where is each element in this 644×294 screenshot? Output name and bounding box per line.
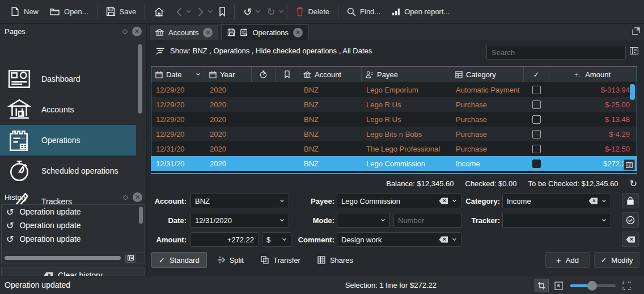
detach-window-icon[interactable] — [632, 27, 641, 36]
zoom-slider-knob[interactable] — [587, 281, 597, 291]
delete-button[interactable]: Delete — [290, 1, 335, 23]
add-button[interactable]: + Add — [545, 252, 590, 268]
cell-checked[interactable] — [524, 100, 549, 109]
account-combobox[interactable]: BNZ — [190, 194, 289, 208]
home-button[interactable] — [148, 1, 170, 23]
table-row-selected[interactable]: 12/31/20 2020 BNZ Lego Commission Income… — [151, 156, 637, 171]
sidebar-item-accounts[interactable]: Accounts — [0, 94, 136, 125]
date-combobox[interactable]: 12/31/2020 — [190, 213, 289, 228]
undo-dropdown-icon[interactable] — [255, 10, 261, 14]
checkbox[interactable] — [532, 130, 541, 138]
column-header-checked[interactable]: ✓ — [524, 67, 549, 82]
checkbox[interactable] — [532, 145, 541, 153]
zoom-fit-button[interactable] — [535, 279, 549, 292]
column-header-payee[interactable]: Payee — [362, 67, 451, 82]
tab-close-icon[interactable]: ✕ — [293, 28, 303, 37]
cell-checked[interactable] — [524, 159, 549, 168]
sidebar-item-scheduled-operations[interactable]: Scheduled operations — [0, 156, 136, 186]
new-button[interactable]: New — [5, 1, 44, 23]
pages-scrollbar[interactable] — [138, 44, 142, 114]
history-scrollbar[interactable] — [139, 207, 143, 224]
standard-mode-button[interactable]: ✓ Standard — [151, 252, 207, 268]
checkbox[interactable] — [532, 115, 541, 124]
shares-mode-button[interactable]: Shares — [311, 252, 360, 268]
undo-button[interactable]: ↺ — [238, 1, 257, 23]
checkbox-checked[interactable] — [532, 159, 541, 168]
tab-close-icon[interactable]: ✕ — [203, 28, 213, 37]
close-dock-icon[interactable]: ✕ — [133, 192, 142, 202]
freeze-button[interactable] — [622, 193, 639, 208]
number-input[interactable] — [398, 213, 457, 227]
table-row[interactable]: 12/29/20 2020 BNZ Lego R Us Purchase $-1… — [151, 112, 637, 127]
comment-combobox[interactable]: Design work — [337, 232, 461, 247]
payee-combobox[interactable]: Lego Commission — [337, 194, 461, 208]
amount-input[interactable] — [195, 233, 254, 246]
number-field[interactable] — [393, 213, 461, 228]
close-dock-icon[interactable]: ✕ — [132, 27, 142, 36]
bookmark-button[interactable] — [213, 1, 231, 23]
clear-icon[interactable] — [588, 198, 598, 204]
mode-combobox[interactable] — [337, 213, 390, 228]
column-header-account[interactable]: Account — [299, 67, 362, 82]
float-dock-icon[interactable]: ◇ — [122, 27, 128, 35]
tracker-combobox[interactable] — [502, 213, 611, 228]
back-dropdown-icon[interactable] — [186, 10, 192, 14]
modify-button[interactable]: ✓ Modify — [594, 252, 639, 268]
find-button[interactable]: Find... — [341, 1, 386, 23]
redo-button[interactable]: ↻ — [261, 1, 281, 23]
search-input[interactable] — [486, 45, 626, 60]
chevron-down-icon — [601, 219, 607, 222]
zoom-original-button[interactable] — [552, 279, 566, 292]
history-item[interactable]: ↺ Operation update — [2, 205, 145, 219]
fast-edit-button[interactable] — [622, 232, 639, 247]
history-item[interactable]: ↺ Operation update — [2, 232, 145, 246]
cell-year: 2020 — [205, 100, 252, 109]
table-row[interactable]: 12/31/20 2020 BNZ The Lego Professional … — [151, 141, 637, 156]
save-button[interactable]: Save — [100, 1, 142, 23]
list-config-button[interactable] — [125, 254, 135, 263]
table-row[interactable]: 12/29/20 2020 BNZ Lego R Us Purchase $-2… — [151, 97, 637, 112]
sidebar-item-dashboard[interactable]: Dashboard — [0, 64, 136, 94]
search-config-icon[interactable] — [630, 47, 638, 54]
unit-combobox[interactable]: $ — [262, 232, 291, 247]
split-mode-button[interactable]: Split — [210, 252, 251, 268]
cell-checked[interactable] — [524, 130, 549, 138]
column-header-category[interactable]: Category — [451, 67, 524, 82]
table-row[interactable]: 12/29/20 2020 BNZ Lego Bits n Bobs Purch… — [151, 127, 637, 141]
column-header-amount[interactable]: +. Amount — [549, 67, 637, 82]
amount-field[interactable] — [190, 232, 259, 247]
float-dock-icon[interactable]: ◇ — [123, 193, 128, 201]
delete-label: Delete — [308, 7, 329, 16]
table-config-button[interactable] — [624, 159, 635, 170]
zoom-slider[interactable] — [570, 284, 616, 287]
cell-checked[interactable] — [524, 86, 549, 94]
refresh-icon[interactable]: ↻ — [630, 178, 637, 189]
history-hscrollbar[interactable] — [5, 256, 121, 260]
tab-operations[interactable]: Operations ✕ — [221, 24, 309, 40]
cell-checked[interactable] — [524, 145, 549, 153]
history-dock: History ◇ ✕ ↺ Operation update ↺ Operati… — [0, 190, 147, 276]
table-scrollbar[interactable] — [630, 84, 635, 100]
fullscreen-button[interactable] — [620, 279, 634, 292]
checkbox[interactable] — [532, 86, 541, 94]
redo-dropdown-icon[interactable] — [278, 10, 284, 14]
open-report-button[interactable]: Open report... — [386, 1, 455, 23]
column-header-schedule[interactable] — [252, 67, 276, 82]
column-header-year[interactable]: Year — [205, 67, 252, 82]
filter-icon[interactable] — [156, 47, 165, 55]
transfer-mode-button[interactable]: Transfer — [254, 252, 307, 268]
clear-icon[interactable] — [439, 198, 448, 204]
forward-dropdown-icon[interactable] — [207, 10, 213, 14]
sidebar-item-operations[interactable]: Operations — [0, 125, 136, 156]
column-header-date[interactable]: Date — [151, 67, 205, 82]
open-button[interactable]: Open... — [44, 1, 94, 23]
history-item[interactable]: ↺ Operation update — [2, 219, 145, 232]
clear-icon[interactable] — [439, 236, 448, 243]
table-row[interactable]: 12/29/20 2020 BNZ Lego Emporium Automati… — [151, 82, 637, 97]
tab-accounts[interactable]: Accounts ✕ — [149, 24, 219, 40]
category-combobox[interactable]: Income — [502, 194, 611, 208]
checkbox[interactable] — [532, 100, 541, 109]
cell-checked[interactable] — [524, 115, 549, 124]
column-header-bookmark[interactable] — [276, 67, 299, 82]
validate-button[interactable] — [622, 212, 639, 228]
